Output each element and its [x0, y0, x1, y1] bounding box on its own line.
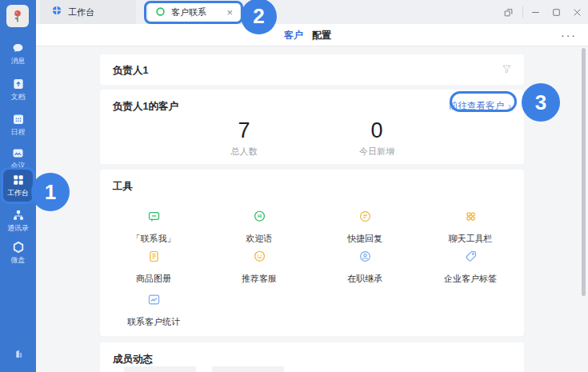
tool-job-inheritance[interactable]: 在职继承	[312, 250, 418, 285]
close-button[interactable]	[566, 0, 588, 24]
sidebar-item-calendar[interactable]: 日程	[0, 112, 36, 136]
more-menu-button[interactable]: ···	[561, 24, 577, 46]
tool-label: 聊天工具栏	[449, 233, 493, 245]
message-icon	[10, 42, 26, 55]
owner-filter-label: 负责人1	[113, 64, 148, 78]
tool-label: 在职继承	[347, 273, 382, 285]
tool-label: 欢迎语	[246, 233, 273, 245]
tool-product-catalog[interactable]: 商品图册	[101, 250, 206, 285]
annotation-step-3: 3	[522, 83, 560, 122]
sidebar-item-meetings[interactable]: 会议	[0, 146, 36, 170]
svg-text:HI: HI	[258, 214, 262, 218]
tool-chat-toolbar[interactable]: 聊天工具栏	[418, 210, 523, 245]
workspace-icon	[11, 346, 26, 360]
product-catalog-icon	[147, 250, 161, 266]
tool-label: 推荐客服	[242, 273, 277, 285]
subheader: 客户 配置 ···	[36, 24, 588, 46]
tool-quick-reply[interactable]: 快捷回复	[312, 210, 418, 245]
sidebar-item-contacts[interactable]: 通讯录	[0, 208, 36, 232]
stat-total-label: 总人数	[180, 146, 308, 158]
tab-config[interactable]: 配置	[312, 24, 331, 46]
tool-label: 快捷回复	[347, 233, 382, 245]
customer-stats-icon	[147, 293, 161, 310]
sidebar-item-label: 通讯录	[7, 224, 29, 232]
annotation-highlight-workbench	[1, 167, 35, 204]
member-activity-tab[interactable]	[124, 366, 196, 372]
app-window: 工作台 客户联系 × 客户 配置 ···	[0, 0, 588, 372]
contact-me-icon	[147, 210, 161, 226]
filter-icon[interactable]	[501, 63, 513, 78]
member-activity-tab[interactable]	[212, 366, 284, 372]
popout-window-icon[interactable]	[497, 0, 519, 24]
sidebar-item-label: 消息	[11, 57, 26, 65]
tool-label: 联系客户统计	[127, 316, 180, 328]
tool-label: 「联系我」	[132, 233, 176, 245]
vertical-scrollbar-thumb[interactable]	[582, 48, 586, 296]
tool-label: 企业客户标签	[444, 273, 497, 285]
annotation-step-1: 1	[31, 173, 70, 211]
minimize-button[interactable]	[524, 0, 546, 24]
annotation-highlight-customer-tab	[144, 1, 243, 24]
annotation-step-2: 2	[241, 0, 277, 34]
tools-title: 工具	[113, 180, 133, 194]
sidebar-item-workspace[interactable]	[0, 346, 36, 360]
recommend-service-icon	[253, 250, 266, 266]
docs-icon	[11, 77, 26, 91]
titlebar: 工作台 客户联系 ×	[36, 0, 588, 24]
welcome-message-icon: HI	[253, 210, 266, 226]
annotation-highlight-view-link	[450, 91, 517, 112]
quick-reply-icon	[358, 210, 372, 226]
tool-label: 商品图册	[136, 273, 171, 285]
tool-welcome-message[interactable]: HI 欢迎语	[206, 210, 312, 245]
tool-customer-stats[interactable]: 联系客户统计	[101, 293, 206, 328]
controls-divider	[522, 6, 523, 18]
sidebar-item-label: 微盘	[11, 256, 26, 264]
tool-recommend-service[interactable]: 推荐客服	[206, 250, 312, 285]
tool-customer-tags[interactable]: 企业客户标签	[418, 250, 523, 285]
customer-tag-icon	[464, 250, 478, 266]
workbench-clover-icon	[51, 5, 62, 19]
user-avatar[interactable]	[6, 5, 29, 27]
drive-icon	[11, 240, 26, 254]
owner-filter-card: 负责人1	[100, 54, 524, 85]
owner-customers-title: 负责人1的客户	[113, 100, 178, 114]
sidebar-item-label: 文档	[11, 93, 26, 101]
tab-workbench-label: 工作台	[68, 6, 94, 18]
member-activity-card: 成员动态	[100, 342, 524, 372]
meeting-icon	[10, 146, 26, 160]
tools-card: 工具 「联系我」 HI 欢迎语	[100, 170, 524, 336]
maximize-button[interactable]	[545, 0, 567, 24]
sidebar-item-messages[interactable]: 消息	[0, 42, 36, 65]
stat-total-value: 7	[180, 118, 308, 142]
stat-total-customers: 7 总人数	[180, 118, 308, 158]
tab-customers[interactable]: 客户	[284, 24, 303, 46]
tool-contact-me[interactable]: 「联系我」	[101, 210, 206, 245]
stat-new-today: 0 今日新增	[313, 118, 441, 158]
chat-toolbar-icon	[464, 210, 478, 226]
stat-new-value: 0	[313, 118, 441, 142]
job-inheritance-icon	[358, 250, 372, 266]
tab-workbench[interactable]: 工作台	[40, 0, 136, 24]
sidebar-item-label: 日程	[11, 128, 26, 136]
sidebar-item-docs[interactable]: 文档	[0, 77, 36, 101]
calendar-icon	[11, 112, 26, 126]
member-activity-title: 成员动态	[113, 353, 153, 366]
contacts-icon	[11, 208, 26, 222]
sidebar-item-drive[interactable]: 微盘	[0, 240, 36, 264]
stat-new-label: 今日新增	[313, 146, 441, 158]
